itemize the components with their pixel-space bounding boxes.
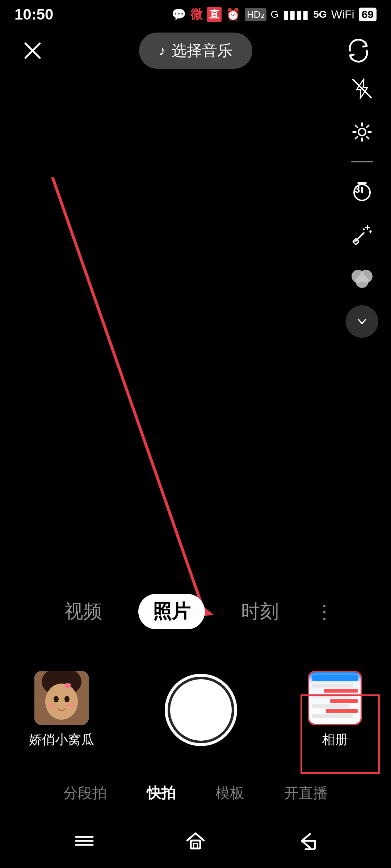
message-icon: 💬 <box>172 8 186 21</box>
timer-button[interactable]: 3 <box>346 175 378 208</box>
sidebar-divider <box>351 161 373 162</box>
settings-button[interactable] <box>346 116 378 148</box>
svg-point-25 <box>67 703 76 708</box>
close-button[interactable] <box>18 36 47 65</box>
alarm-icon: ⏰ <box>226 8 240 21</box>
more-modes-button[interactable]: ⋮ <box>315 601 334 622</box>
timer-badge: 3 <box>354 184 378 208</box>
back-button[interactable] <box>292 826 321 855</box>
mode-quick[interactable]: 快拍 <box>141 779 181 807</box>
avatar-image <box>34 671 89 725</box>
expand-more-button[interactable] <box>346 305 378 338</box>
svg-point-24 <box>47 703 56 708</box>
svg-point-23 <box>64 696 70 702</box>
mode-live[interactable]: 开直播 <box>279 779 333 807</box>
svg-line-0 <box>52 177 203 608</box>
nav-bar <box>0 814 391 868</box>
mode-burst[interactable]: 分段拍 <box>58 779 112 807</box>
app-icon: 直 <box>207 7 222 22</box>
battery-icon: 69 <box>359 8 377 21</box>
right-sidebar: 3 <box>346 72 378 338</box>
status-time: 10:50 <box>14 6 53 23</box>
filters-button[interactable] <box>346 262 378 294</box>
music-btn-label: 选择音乐 <box>172 41 232 61</box>
bottom-mode-bar: 分段拍 快拍 模板 开直播 <box>0 779 391 807</box>
signal-g-icon: G <box>271 9 279 20</box>
5g-icon: 5G <box>313 9 327 20</box>
svg-point-22 <box>54 696 59 702</box>
user-name-label: 娇俏小窝瓜 <box>29 731 94 749</box>
shutter-inner <box>170 679 232 741</box>
music-select-button[interactable]: ♪ 选择音乐 <box>139 33 252 69</box>
signal-bars-icon: ▮▮▮▮ <box>283 8 309 21</box>
menu-button[interactable] <box>70 826 99 855</box>
home-button[interactable] <box>181 826 210 855</box>
user-avatar-button[interactable]: 娇俏小窝瓜 <box>29 671 94 749</box>
svg-point-21 <box>45 684 78 720</box>
flip-camera-button[interactable] <box>344 36 373 65</box>
svg-line-11 <box>355 233 364 242</box>
tab-moment[interactable]: 时刻 <box>234 595 286 628</box>
tab-video[interactable]: 视频 <box>57 595 109 628</box>
music-note-icon: ♪ <box>159 43 166 59</box>
flash-off-button[interactable] <box>346 72 378 105</box>
top-toolbar: ♪ 选择音乐 <box>0 29 391 72</box>
red-highlight-box <box>300 694 380 774</box>
weibo-icon: 微 <box>190 6 203 23</box>
shutter-button[interactable] <box>165 674 237 746</box>
wifi-icon: WiFi <box>331 8 354 21</box>
hd-icon: HD₂ <box>245 8 266 21</box>
status-bar: 10:50 💬 微 直 ⏰ HD₂ G ▮▮▮▮ 5G WiFi 69 <box>0 0 391 29</box>
tab-photo[interactable]: 照片 <box>138 594 205 629</box>
mode-tabs: 视频 照片 时刻 ⋮ <box>0 594 391 629</box>
svg-rect-31 <box>191 841 200 848</box>
beauty-button[interactable] <box>346 218 378 251</box>
status-icons: 💬 微 直 ⏰ HD₂ G ▮▮▮▮ 5G WiFi 69 <box>172 6 377 23</box>
svg-point-6 <box>358 128 366 136</box>
mode-template[interactable]: 模板 <box>210 779 250 807</box>
